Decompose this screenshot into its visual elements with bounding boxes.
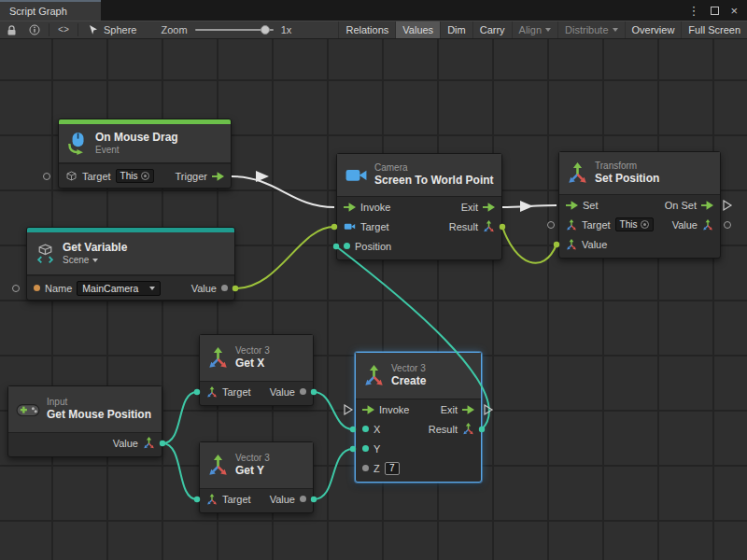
close-icon[interactable]: × [730,4,738,18]
chevron-down-icon [613,28,618,32]
port-trigger[interactable]: Trigger [176,171,224,182]
vector3-type-icon [206,386,218,398]
vector3-type-icon [206,494,218,505]
port-target[interactable]: Target [206,386,251,398]
object-port-icon[interactable] [221,285,228,291]
wire-mouse-to-gety[interactable] [162,443,197,499]
float-port-icon[interactable] [300,496,306,502]
port-x[interactable]: X [362,424,380,435]
node-on-mouse-drag[interactable]: On Mouse Drag Event Target This Trigger [58,119,232,189]
zoom-slider[interactable] [195,29,274,31]
wire-trigger-to-invoke[interactable] [232,176,334,207]
string-port-icon[interactable] [34,285,40,291]
vector3-type-icon [462,423,474,435]
port-position[interactable]: Position [344,241,391,252]
chevron-down-icon [92,259,98,262]
vector3-port-icon[interactable] [344,243,350,249]
port-target[interactable]: Target This [65,169,154,183]
port-value-out[interactable]: Value [672,219,713,231]
node-get-y[interactable]: Vector 3 Get Y Target Value [199,441,314,513]
info-icon[interactable] [23,21,46,38]
port-value-out[interactable]: Value [191,283,228,294]
z-value-field[interactable]: 7 [385,462,400,475]
toolbar-separator [78,23,78,36]
variable-name-dropdown[interactable]: MainCamera [77,281,161,296]
transform-icon [567,162,588,184]
float-port-icon[interactable] [362,465,369,471]
port-invoke[interactable]: Invoke [362,404,409,415]
float-port-icon[interactable] [300,388,306,395]
camera-icon [345,163,368,187]
wire-result-to-value[interactable] [502,227,557,263]
wire-exit-to-set[interactable] [502,205,557,207]
transform-type-icon [566,219,577,231]
node-get-mouse-position[interactable]: Input Get Mouse Position Value [7,385,162,457]
port-value[interactable]: Value [270,386,306,398]
object-picker-icon[interactable] [641,220,649,229]
port-value[interactable]: Value [113,437,155,449]
node-category: Vector 3 [235,453,270,464]
port-value[interactable]: Value [270,494,306,505]
port-transform-target[interactable]: Target This [566,217,654,231]
node-get-variable[interactable]: Get Variable Scene Name MainCamera [26,227,235,301]
port-z[interactable]: Z 7 [362,462,400,475]
node-get-x[interactable]: Vector 3 Get X Target Value [199,334,314,406]
port-set[interactable]: Set [566,200,599,211]
node-category: Input [47,397,151,408]
float-port-icon[interactable] [362,426,369,432]
port-exit[interactable]: Exit [461,202,495,213]
zoom-value: 1x [281,24,292,35]
wire-getx-to-x[interactable] [314,392,353,429]
code-view-icon[interactable]: <> [52,21,75,38]
node-title: Get Variable [63,241,127,254]
port-result[interactable]: Result [429,423,474,435]
kebab-menu-icon[interactable]: ⋮ [687,4,699,18]
align-dropdown[interactable]: Align [512,21,557,38]
port-target[interactable]: Target [206,494,251,505]
node-title: Create [391,374,426,387]
gameobject-icon [65,170,78,182]
node-vector3-create[interactable]: Vector 3 Create Invoke Exit [355,352,482,483]
mouse-drag-icon [66,132,89,155]
zoom-slider-handle[interactable] [261,25,270,35]
graph-owner[interactable]: Sphere [81,24,144,35]
toolbar-separator [49,23,49,36]
overview-button[interactable]: Overview [625,21,682,38]
vector3-icon [207,347,229,369]
distribute-dropdown[interactable]: Distribute [557,21,624,38]
full-screen-button[interactable]: Full Screen [681,21,747,38]
port-invoke[interactable]: Invoke [344,202,390,213]
this-target-chip[interactable]: This [615,217,655,231]
carry-button[interactable]: Carry [472,21,512,38]
pointer-icon [89,25,99,35]
tab-script-graph[interactable]: Script Graph [0,0,101,21]
port-exit[interactable]: Exit [441,404,474,415]
node-screen-to-world-point[interactable]: Camera Screen To World Point Invoke Exit [336,153,502,260]
wire-mouse-to-getx[interactable] [162,392,197,443]
unity-script-graph-window: Script Graph ⋮ × <> Sphere Zoom 1x Relat… [0,0,747,560]
wire-gety-to-y[interactable] [314,449,353,499]
port-result[interactable]: Result [449,220,495,232]
flow-arrow-icon [483,203,495,212]
node-set-position[interactable]: Transform Set Position Set On Set [558,151,721,259]
maximize-icon[interactable] [711,7,719,15]
port-camera-target[interactable]: Target [344,220,389,232]
dim-button[interactable]: Dim [440,21,472,38]
lock-icon[interactable] [0,21,23,38]
relations-button[interactable]: Relations [338,21,395,38]
graph-canvas[interactable]: On Mouse Drag Event Target This Trigger [0,39,747,560]
this-target-chip[interactable]: This [116,169,155,183]
values-button[interactable]: Values [395,21,440,38]
flow-arrow-icon [212,172,224,181]
graph-toolbar: <> Sphere Zoom 1x Relations Values Dim C… [0,21,747,39]
float-port-icon[interactable] [362,445,369,452]
wire-variable-to-camera-target[interactable] [235,227,334,288]
port-name[interactable]: Name MainCamera [34,281,161,296]
port-value-in[interactable]: Value [566,239,607,250]
gamepad-icon [16,401,40,418]
variable-scope-dropdown[interactable]: Scene [63,255,127,266]
port-on-set[interactable]: On Set [665,200,713,211]
object-picker-icon[interactable] [141,172,149,180]
vector3-icon [363,365,385,386]
port-y[interactable]: Y [362,443,380,455]
